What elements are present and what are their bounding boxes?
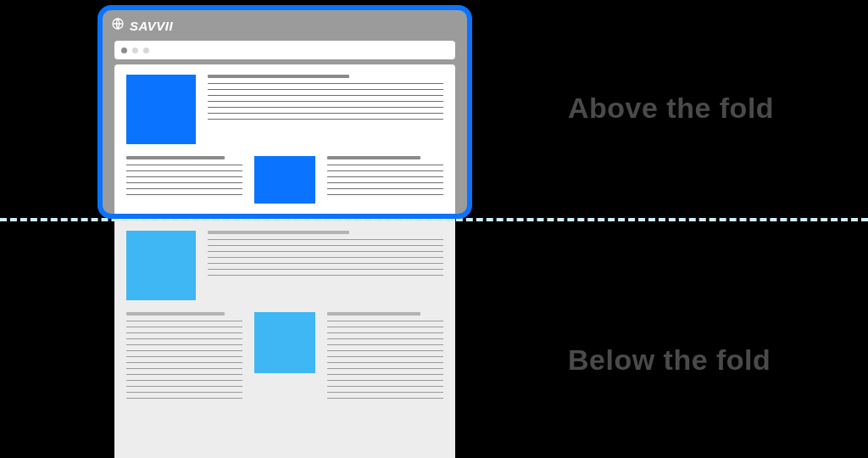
text-line	[126, 344, 242, 345]
page-above-fold	[114, 64, 455, 214]
below-section-1	[126, 231, 443, 300]
text-line	[126, 332, 242, 333]
text-line	[327, 392, 443, 393]
text-line	[327, 165, 443, 165]
text-line	[208, 269, 443, 270]
text-line	[126, 165, 242, 165]
text-line	[327, 332, 443, 333]
text-line	[327, 338, 443, 339]
text-line	[208, 83, 443, 84]
text-line	[208, 107, 443, 108]
text-line	[126, 176, 242, 177]
text-line	[327, 380, 443, 381]
text-line	[327, 350, 443, 351]
below-section-2	[126, 312, 443, 399]
text-line	[208, 101, 443, 102]
text-line	[327, 321, 443, 321]
text-lines	[208, 75, 443, 144]
text-column-left	[126, 156, 242, 204]
text-line	[327, 368, 443, 369]
brand-name: SAVVII	[130, 19, 173, 33]
label-above-the-fold: Above the fold	[568, 92, 774, 125]
text-line	[126, 392, 242, 393]
text-line	[126, 327, 242, 327]
text-line	[327, 182, 443, 183]
text-line	[126, 338, 242, 339]
text-line	[208, 257, 443, 258]
traffic-light-dot	[121, 47, 127, 53]
heading-bar	[208, 75, 349, 78]
text-line	[208, 239, 443, 240]
text-line	[327, 374, 443, 375]
heading-bar	[327, 312, 420, 316]
text-line	[327, 356, 443, 357]
text-line	[327, 398, 443, 399]
text-line	[208, 89, 443, 90]
text-line	[208, 95, 443, 96]
heading-bar	[126, 312, 225, 316]
text-line	[208, 119, 443, 120]
above-section-2	[126, 156, 443, 204]
text-line	[327, 327, 443, 327]
text-line	[126, 188, 242, 189]
text-line	[208, 245, 443, 246]
text-line	[126, 321, 242, 321]
text-line	[327, 362, 443, 363]
heading-bar	[126, 156, 225, 159]
text-line	[126, 380, 242, 381]
text-column-right	[327, 156, 443, 204]
page-below-fold	[114, 219, 455, 458]
text-line	[126, 398, 242, 399]
text-line	[327, 170, 443, 171]
browser-window: SAVVII	[97, 5, 472, 219]
brand-logo-area: SAVVII	[111, 17, 173, 34]
traffic-light-dot	[143, 47, 149, 53]
text-line	[327, 386, 443, 387]
browser-address-bar	[114, 41, 455, 59]
text-line	[126, 350, 242, 351]
content-image-above-1	[126, 75, 196, 144]
text-line	[126, 374, 242, 375]
diagram-canvas: SAVVII	[0, 0, 868, 458]
above-section-1	[126, 75, 443, 144]
text-line	[208, 113, 443, 114]
content-image-above-2	[254, 156, 315, 204]
text-line	[327, 176, 443, 177]
text-line	[126, 356, 242, 357]
text-line	[208, 275, 443, 276]
text-column-left	[126, 312, 242, 399]
text-line	[126, 170, 242, 171]
content-image-below-2	[254, 312, 315, 373]
heading-bar	[208, 231, 349, 234]
text-line	[327, 188, 443, 189]
text-line	[126, 386, 242, 387]
text-line	[327, 344, 443, 345]
brand-logo-icon	[111, 17, 125, 34]
traffic-light-dot	[132, 47, 138, 53]
text-line	[126, 194, 242, 195]
text-line	[327, 194, 443, 195]
content-image-below-1	[126, 231, 196, 300]
text-line	[126, 362, 242, 363]
text-line	[208, 263, 443, 264]
text-line	[208, 251, 443, 252]
text-line	[126, 368, 242, 369]
heading-bar	[327, 156, 420, 159]
text-lines	[208, 231, 443, 300]
label-below-the-fold: Below the fold	[568, 344, 771, 377]
text-line	[126, 182, 242, 183]
text-column-right	[327, 312, 443, 399]
